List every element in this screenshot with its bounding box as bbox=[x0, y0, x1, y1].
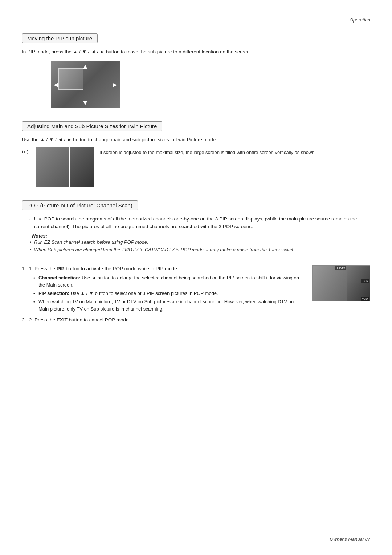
section-pop: POP (Picture-out-of-Picture: Channel Sca… bbox=[22, 200, 370, 328]
pop-steps-row: 1. 1. Press the PIP button to activate t… bbox=[22, 265, 370, 328]
channel-selection-label: Channel selection: bbox=[38, 275, 81, 280]
pop-image: ◄ TV50 TV40 TV50 bbox=[312, 265, 370, 301]
section1-title: Moving the PIP sub picture bbox=[22, 33, 98, 43]
pop-step1: 1. 1. Press the PIP button to activate t… bbox=[29, 265, 305, 313]
notes-label: - Notes: bbox=[29, 233, 47, 239]
step2-text: button to cancel POP mode. bbox=[68, 317, 130, 323]
section3-title: POP (Picture-out-of-Picture: Channel Sca… bbox=[22, 200, 138, 210]
pip-image: ▲ ▼ ◄ ► bbox=[51, 61, 120, 108]
header-label: Operation bbox=[350, 17, 370, 23]
pop-step2: 2. 2. Press the EXIT button to cancel PO… bbox=[29, 316, 305, 324]
step1-prefix: 1. Press the bbox=[29, 266, 57, 271]
section2-body: Use the ▲ / ▼ / ◄ / ► button to change m… bbox=[22, 136, 370, 144]
twin-row: i.e) If screen is adjusted to the maxima… bbox=[22, 147, 370, 187]
step1-sub-bullets: Channel selection: Use ◄ button to enlar… bbox=[33, 274, 305, 313]
twin-caption: If screen is adjusted to the maximal siz… bbox=[99, 149, 316, 156]
note2: When Sub pictures are changed from the T… bbox=[29, 246, 370, 254]
pop-bullets: Use POP to search the programs of all th… bbox=[29, 215, 370, 231]
watching-bullet: When watching TV on Main picture, TV or … bbox=[33, 298, 305, 313]
pip-selection-bullet: PIP selection: Use ▲ / ▼ button to selec… bbox=[33, 290, 305, 297]
step1-bold: PIP bbox=[57, 266, 65, 271]
section-adjusting: Adjusting Main and Sub Picture Sizes for… bbox=[22, 121, 370, 187]
step2-bold: EXIT bbox=[57, 317, 68, 323]
section-moving-pip: Moving the PIP sub picture In PIP mode, … bbox=[22, 33, 370, 108]
step2-prefix: 2. Press the bbox=[29, 317, 57, 323]
arrow-right-icon: ► bbox=[111, 80, 118, 89]
pop-numbered-list: 1. 1. Press the PIP button to activate t… bbox=[29, 265, 305, 324]
header-section: Operation bbox=[22, 17, 370, 23]
arrow-down-icon: ▼ bbox=[82, 98, 89, 107]
pip-image-inner: ▲ ▼ ◄ ► bbox=[51, 61, 120, 108]
ie-label: i.e) bbox=[22, 149, 28, 154]
notes-section: - Notes: Run EZ Scan channel search befo… bbox=[29, 233, 370, 254]
twin-image bbox=[36, 147, 94, 187]
section1-body: In PIP mode, press the ▲ / ▼ / ◄ / ► but… bbox=[22, 48, 370, 56]
channel-selection-bullet: Channel selection: Use ◄ button to enlar… bbox=[33, 274, 305, 289]
pip-selection-text: Use ▲ / ▼ button to select one of 3 PIP … bbox=[69, 291, 218, 296]
page-container: Operation Moving the PIP sub picture In … bbox=[0, 0, 392, 555]
note1: Run EZ Scan channel search before using … bbox=[29, 239, 370, 246]
bottom-rule bbox=[22, 533, 370, 533]
pop-steps-content: 1. 1. Press the PIP button to activate t… bbox=[22, 265, 305, 328]
footer: Owner's Manual 87 bbox=[330, 536, 370, 542]
step1-text: button to activate the POP mode while in… bbox=[65, 266, 179, 271]
pop-bullet1: Use POP to search the programs of all th… bbox=[29, 215, 370, 231]
top-rule bbox=[22, 15, 370, 15]
pip-selection-label: PIP selection: bbox=[38, 291, 69, 296]
section2-title: Adjusting Main and Sub Picture Sizes for… bbox=[22, 121, 162, 131]
